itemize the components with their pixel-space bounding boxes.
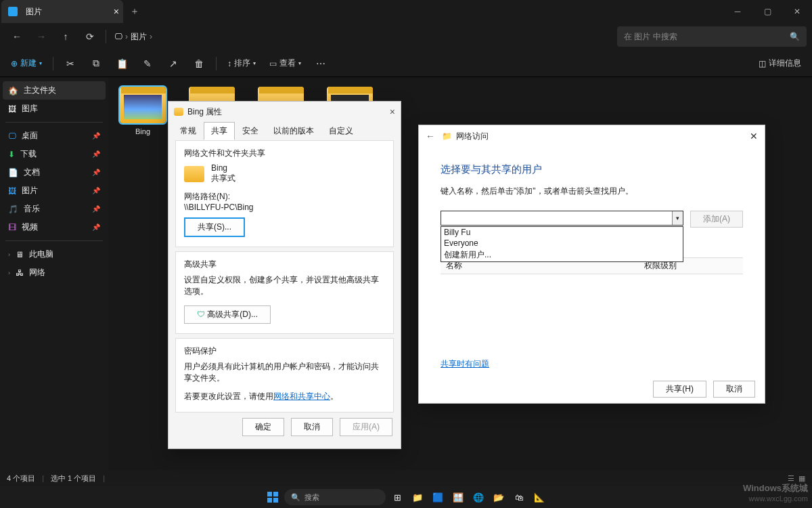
list-view-icon[interactable]: ☰ bbox=[788, 474, 794, 483]
pictures-icon bbox=[8, 7, 18, 16]
add-button[interactable]: 添加(A) bbox=[690, 211, 743, 228]
properties-tabs: 常规 共享 安全 以前的版本 自定义 bbox=[168, 122, 401, 140]
tab-general[interactable]: 常规 bbox=[173, 122, 204, 140]
user-input[interactable] bbox=[441, 211, 672, 225]
tab-sharing[interactable]: 共享 bbox=[204, 122, 235, 140]
tab-previous[interactable]: 以前的版本 bbox=[266, 122, 321, 140]
breadcrumb[interactable]: 🖵 › 图片 › bbox=[110, 31, 152, 43]
view-switch: ☰ ▦ bbox=[788, 474, 805, 483]
ok-button[interactable]: 确定 bbox=[242, 418, 284, 436]
sidebar-item-network[interactable]: ›🖧网络 bbox=[3, 263, 106, 282]
taskbar: 🔍搜索 ⊞ 📁 🟦 🪟 🌐 📂 🛍 📐 bbox=[0, 486, 812, 508]
breadcrumb-item[interactable]: 图片 bbox=[131, 31, 147, 43]
sidebar: 🏠主文件夹 🖼图库 🖵桌面📌 ⬇下载📌 📄文档📌 🖼图片📌 🎵音乐📌 🎞视频📌 … bbox=[0, 77, 108, 490]
sidebar-item-gallery[interactable]: 🖼图库 bbox=[3, 100, 106, 118]
sidebar-item-documents[interactable]: 📄文档📌 bbox=[3, 163, 106, 182]
password-desc-1: 用户必须具有此计算机的用户帐户和密码，才能访问共享文件夹。 bbox=[184, 361, 385, 384]
rename-button[interactable]: ✎ bbox=[136, 53, 159, 75]
folder-icon bbox=[184, 166, 204, 182]
forward-button[interactable]: → bbox=[30, 26, 53, 47]
paste-button[interactable]: 📋 bbox=[110, 53, 133, 75]
user-list bbox=[441, 274, 743, 349]
back-button[interactable]: ← bbox=[5, 26, 28, 47]
dropdown-item[interactable]: Everyone bbox=[441, 238, 683, 249]
group-title-password: 密码保护 bbox=[184, 345, 385, 357]
cancel-button[interactable]: 取消 bbox=[713, 381, 755, 398]
taskbar-app[interactable]: 📁 bbox=[409, 488, 426, 506]
search-box[interactable]: 在 图片 中搜索 🔍 bbox=[617, 26, 807, 47]
view-button[interactable]: ▭ 查看 ▾ bbox=[264, 55, 307, 72]
chevron-down-icon[interactable]: ▾ bbox=[672, 211, 683, 225]
close-icon[interactable]: × bbox=[390, 106, 395, 117]
close-button[interactable]: ✕ bbox=[782, 0, 812, 23]
share-heading: 选择要与其共享的用户 bbox=[441, 163, 743, 176]
desktop-icon: 🖵 bbox=[8, 131, 16, 141]
back-icon[interactable]: ← bbox=[426, 131, 435, 142]
close-icon[interactable]: ✕ bbox=[750, 131, 758, 142]
sidebar-item-pictures[interactable]: 🖼图片📌 bbox=[3, 182, 106, 200]
taskbar-app[interactable]: 🌐 bbox=[470, 488, 487, 506]
share-button[interactable]: 共享(S)... bbox=[184, 217, 245, 237]
sidebar-item-music[interactable]: 🎵音乐📌 bbox=[3, 200, 106, 218]
share-folder-icon: 📁 bbox=[442, 131, 452, 141]
taskbar-app[interactable]: 🛍 bbox=[510, 488, 528, 506]
tab-add-button[interactable]: ＋ bbox=[123, 0, 146, 23]
grid-view-icon[interactable]: ▦ bbox=[798, 474, 805, 483]
share-button[interactable]: ↗ bbox=[162, 53, 185, 75]
tab-security[interactable]: 安全 bbox=[235, 122, 266, 140]
more-button[interactable]: ⋯ bbox=[309, 53, 332, 75]
user-dropdown: Billy Fu Everyone 创建新用户... bbox=[441, 226, 683, 262]
tab-close-icon[interactable]: × bbox=[114, 6, 119, 17]
folder-tile-bing[interactable]: Bing bbox=[115, 87, 171, 135]
pin-icon: 📌 bbox=[92, 150, 100, 158]
apply-button[interactable]: 应用(A) bbox=[340, 418, 392, 436]
dropdown-item[interactable]: Billy Fu bbox=[441, 227, 683, 238]
cut-button[interactable]: ✂ bbox=[59, 53, 82, 75]
pc-icon: 🖥 bbox=[16, 250, 24, 259]
svg-rect-1 bbox=[273, 492, 278, 496]
pin-icon: 📌 bbox=[92, 132, 100, 140]
minimize-button[interactable]: ─ bbox=[723, 0, 752, 23]
taskbar-app[interactable]: 📂 bbox=[490, 488, 508, 506]
sort-button[interactable]: ↕ 排序 ▾ bbox=[222, 55, 261, 72]
address-bar: ← → ↑ ⟳ 🖵 › 图片 › 在 图片 中搜索 🔍 bbox=[0, 23, 812, 50]
copy-button[interactable]: ⧉ bbox=[85, 53, 108, 75]
new-button[interactable]: ⊕ 新建 ▾ bbox=[5, 55, 47, 72]
maximize-button[interactable]: ▢ bbox=[752, 0, 782, 23]
sidebar-item-downloads[interactable]: ⬇下载📌 bbox=[3, 145, 106, 163]
dropdown-item[interactable]: 创建新用户... bbox=[441, 249, 683, 261]
share-hint: 键入名称，然后单击"添加"，或者单击箭头查找用户。 bbox=[441, 186, 743, 197]
taskbar-app[interactable]: 🪟 bbox=[449, 488, 467, 506]
taskbar-app[interactable]: 📐 bbox=[531, 488, 548, 506]
tab-customize[interactable]: 自定义 bbox=[321, 122, 361, 140]
folder-label: Bing bbox=[115, 127, 171, 135]
cancel-button[interactable]: 取消 bbox=[291, 418, 333, 436]
network-icon: 🖧 bbox=[16, 268, 24, 278]
start-button[interactable] bbox=[264, 488, 281, 506]
svg-rect-2 bbox=[267, 498, 272, 503]
delete-button[interactable]: 🗑 bbox=[187, 53, 210, 75]
sharing-issues-link[interactable]: 共享时有问题 bbox=[441, 359, 489, 368]
taskbar-app[interactable]: 🟦 bbox=[429, 488, 447, 506]
sidebar-item-desktop[interactable]: 🖵桌面📌 bbox=[3, 127, 106, 145]
refresh-button[interactable]: ⟳ bbox=[78, 26, 102, 47]
details-pane-button[interactable]: ◫ 详细信息 bbox=[753, 55, 807, 72]
music-icon: 🎵 bbox=[8, 205, 18, 214]
network-center-link[interactable]: 网络和共享中心 bbox=[273, 391, 330, 401]
folder-icon bbox=[174, 108, 183, 116]
dialog-title: Bing 属性 bbox=[187, 106, 222, 118]
window-controls: ─ ▢ ✕ bbox=[723, 0, 812, 23]
window-tab[interactable]: 图片 × bbox=[1, 0, 123, 23]
title-bar: 图片 × ＋ ─ ▢ ✕ bbox=[0, 0, 812, 23]
advanced-share-button[interactable]: 🛡 高级共享(D)... bbox=[184, 305, 271, 324]
up-button[interactable]: ↑ bbox=[54, 26, 77, 47]
user-combobox[interactable]: ▾ Billy Fu Everyone 创建新用户... bbox=[441, 211, 683, 226]
share-confirm-button[interactable]: 共享(H) bbox=[653, 381, 706, 398]
sidebar-item-videos[interactable]: 🎞视频📌 bbox=[3, 218, 106, 236]
task-view-button[interactable]: ⊞ bbox=[388, 488, 406, 506]
sidebar-item-thispc[interactable]: ›🖥此电脑 bbox=[3, 245, 106, 263]
sidebar-item-home[interactable]: 🏠主文件夹 bbox=[3, 81, 106, 100]
taskbar-search[interactable]: 🔍搜索 bbox=[284, 489, 386, 505]
dialog-title: 网络访问 bbox=[456, 131, 489, 142]
search-icon: 🔍 bbox=[790, 32, 800, 41]
